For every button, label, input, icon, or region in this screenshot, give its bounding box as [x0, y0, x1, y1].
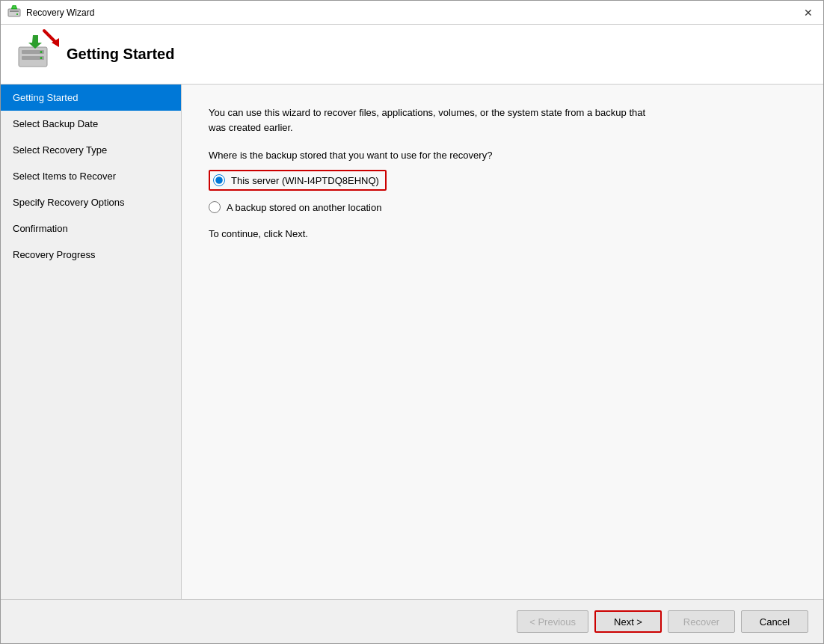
red-arrow-icon [41, 28, 62, 49]
svg-line-11 [44, 31, 56, 43]
svg-marker-10 [28, 35, 42, 49]
hint-text: To continue, click Next. [209, 228, 796, 239]
footer: < Previous Next > Recover Cancel [1, 599, 823, 643]
svg-rect-1 [10, 10, 19, 12]
svg-point-9 [40, 57, 43, 59]
sidebar-item-specify-recovery-options[interactable]: Specify Recovery Options [1, 189, 181, 215]
sidebar-item-recovery-progress[interactable]: Recovery Progress [1, 242, 181, 268]
svg-point-8 [40, 51, 43, 53]
recovery-wizard-window: Recovery Wizard ✕ Getting Started [0, 0, 824, 644]
sidebar-item-select-items-to-recover[interactable]: Select Items to Recover [1, 163, 181, 189]
another-location-label: A backup stored on another location [227, 202, 381, 213]
sidebar-item-select-backup-date[interactable]: Select Backup Date [1, 111, 181, 137]
this-server-label: This server (WIN-I4PTDQ8EHNQ) [231, 175, 379, 186]
option-this-server[interactable]: This server (WIN-I4PTDQ8EHNQ) [209, 170, 796, 191]
title-bar: Recovery Wizard ✕ [1, 1, 823, 25]
header-icon-wrap [16, 34, 55, 75]
sidebar-item-select-recovery-type[interactable]: Select Recovery Type [1, 137, 181, 163]
title-bar-text: Recovery Wizard [26, 7, 799, 18]
svg-rect-0 [8, 9, 20, 16]
close-button[interactable]: ✕ [799, 4, 817, 22]
cancel-button[interactable]: Cancel [741, 610, 808, 633]
sidebar-item-getting-started[interactable]: Getting Started [1, 85, 181, 111]
content-area: Getting Started Select Backup Date Selec… [1, 85, 823, 599]
header-title: Getting Started [67, 46, 174, 63]
radio-this-server[interactable] [213, 174, 225, 186]
window-icon [7, 5, 22, 20]
main-content: You can use this wizard to recover files… [182, 85, 823, 599]
header-area: Getting Started [1, 25, 823, 85]
this-server-box: This server (WIN-I4PTDQ8EHNQ) [209, 170, 387, 191]
sidebar: Getting Started Select Backup Date Selec… [1, 85, 182, 599]
next-button[interactable]: Next > [594, 610, 662, 633]
previous-button[interactable]: < Previous [517, 610, 588, 633]
recover-button[interactable]: Recover [668, 610, 735, 633]
sidebar-item-confirmation[interactable]: Confirmation [1, 215, 181, 242]
question-text: Where is the backup stored that you want… [209, 150, 796, 161]
svg-point-2 [16, 13, 18, 15]
radio-another-location[interactable] [209, 201, 221, 213]
option-another-location[interactable]: A backup stored on another location [209, 201, 796, 213]
description-text: You can use this wizard to recover files… [209, 105, 657, 135]
